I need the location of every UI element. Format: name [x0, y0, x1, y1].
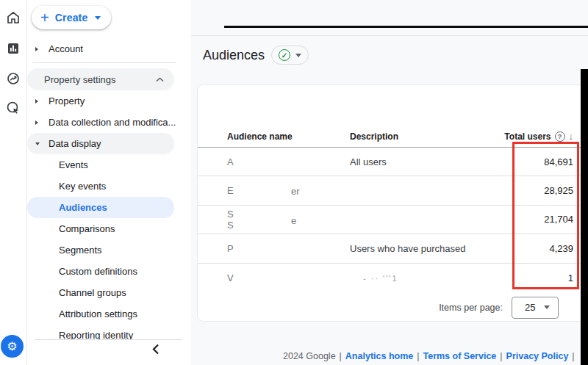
audience-name-cell: V	[227, 264, 350, 292]
redaction-bar-top	[224, 26, 588, 28]
left-icon-rail: ⚙	[0, 0, 27, 365]
chevron-up-icon	[156, 77, 164, 82]
sidebar-item-events[interactable]: Events	[27, 154, 191, 176]
plus-icon: +	[40, 10, 49, 25]
chevron-right-icon	[35, 99, 42, 104]
admin-gear-icon[interactable]: ⚙	[1, 335, 24, 358]
sidebar-item-property[interactable]: Property	[27, 90, 191, 112]
column-header-audience-name: Audience name	[227, 131, 350, 142]
audience-name-cell: A	[227, 148, 350, 176]
chevron-down-icon	[35, 142, 42, 145]
highlight-rectangle	[512, 142, 579, 289]
sidebar-item-attribution-settings[interactable]: Attribution settings	[27, 303, 191, 325]
ga-admin-app: ⚙ + Create Account Property settings	[0, 0, 588, 365]
pagination-bar: Items per page: 25	[198, 292, 584, 322]
create-button-label: Create	[55, 12, 88, 24]
reports-icon[interactable]	[6, 41, 21, 56]
redacted-description-fragment: - ·· '''1	[363, 274, 398, 283]
audience-name-cell: S S e	[227, 206, 350, 234]
sidebar-section-divider	[27, 62, 191, 68]
sidebar-item-data-display[interactable]: Data display	[27, 133, 174, 154]
page-title: Audiences	[203, 48, 265, 63]
column-header-total-users[interactable]: Total users ? ↓	[491, 131, 573, 142]
sidebar-item-segments[interactable]: Segments	[27, 239, 191, 261]
sidebar-item-property-settings[interactable]: Property settings	[27, 68, 174, 90]
chevron-down-icon	[295, 54, 301, 57]
column-header-description: Description	[350, 131, 491, 142]
page-footer: 2024 Google | Analytics home | Terms of …	[283, 350, 588, 361]
chevron-right-icon	[35, 47, 42, 51]
items-per-page-select[interactable]: 25	[512, 297, 559, 319]
sidebar-item-key-events[interactable]: Key events	[27, 176, 191, 197]
privacy-policy-link[interactable]: Privacy Policy	[506, 351, 569, 361]
sidebar-item-comparisons[interactable]: Comparisons	[27, 218, 191, 239]
sidebar-item-account[interactable]: Account	[27, 38, 191, 59]
sort-descending-icon[interactable]: ↓	[569, 131, 574, 141]
chevron-right-icon	[35, 120, 42, 125]
header-divider	[191, 35, 588, 36]
sidebar-bottom-divider	[35, 339, 182, 340]
home-icon[interactable]	[6, 10, 21, 25]
gear-glyph: ⚙	[7, 339, 17, 353]
admin-sidebar: + Create Account Property settings Prope…	[27, 0, 191, 365]
sidebar-item-custom-definitions[interactable]: Custom definitions	[27, 261, 191, 282]
sidebar-item-reporting-identity[interactable]: Reporting identity	[27, 325, 191, 339]
description-cell: All users	[350, 156, 491, 167]
advertising-icon[interactable]	[6, 101, 21, 115]
audience-name-cell: E er	[227, 176, 350, 204]
sidebar-nav: Account Property settings Property Data …	[27, 38, 191, 339]
main-content: Audiences ✓ Audience name Description To…	[191, 0, 588, 365]
items-per-page-label: Items per page:	[439, 303, 503, 313]
items-per-page-value: 25	[525, 302, 535, 313]
audience-status-dropdown[interactable]: ✓	[271, 46, 309, 65]
analytics-home-link[interactable]: Analytics home	[345, 351, 413, 361]
audience-name-cell: P	[227, 234, 350, 262]
collapse-sidebar-button[interactable]	[152, 344, 162, 355]
chevron-down-icon	[95, 16, 101, 20]
sidebar-item-data-collection[interactable]: Data collection and modifica...	[27, 112, 191, 133]
sidebar-item-audiences[interactable]: Audiences	[27, 197, 174, 218]
terms-of-service-link[interactable]: Terms of Service	[423, 351, 496, 361]
page-header: Audiences ✓	[203, 44, 309, 66]
description-cell: Users who have purchased	[350, 243, 491, 254]
description-cell: - ·· '''1	[350, 272, 491, 283]
redaction-bar-right	[581, 69, 588, 365]
explore-icon[interactable]	[6, 71, 21, 86]
create-button[interactable]: + Create	[32, 6, 111, 29]
chevron-down-icon	[544, 306, 550, 309]
copyright-text: 2024 Google	[283, 351, 336, 361]
check-circle-icon: ✓	[279, 49, 290, 61]
sidebar-item-channel-groups[interactable]: Channel groups	[27, 282, 191, 303]
help-icon[interactable]: ?	[555, 131, 565, 142]
